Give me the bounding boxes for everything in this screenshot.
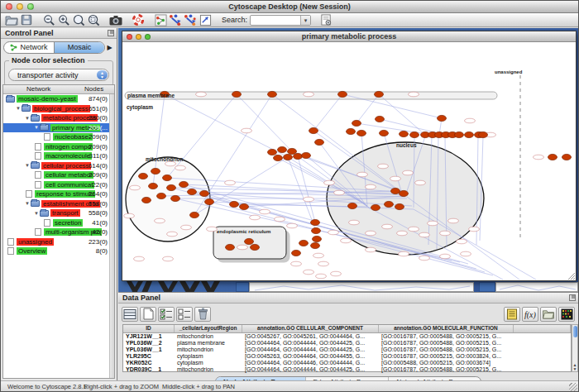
- background-window-fragment[interactable]: [479, 282, 495, 292]
- tree-expand-icon[interactable]: ▼: [33, 211, 40, 216]
- tree-expand-icon[interactable]: ▼: [33, 125, 40, 130]
- graph-node[interactable]: [274, 155, 283, 160]
- select-attributes-button[interactable]: [158, 307, 175, 322]
- graph-node-small[interactable]: [175, 165, 186, 170]
- table-cell[interactable]: [GO:0005488, GO:0005215, GO:0003674]: [379, 360, 514, 366]
- tree-row-cellular-metabol[interactable]: cellular metabol209(0): [3, 170, 114, 180]
- tree-expand-icon[interactable]: ▼: [24, 116, 31, 121]
- graph-node-small[interactable]: [397, 231, 408, 236]
- tree-row-unassigned[interactable]: unassigned223(0): [3, 237, 114, 247]
- graph-node-small[interactable]: [334, 190, 345, 195]
- import-attributes-button[interactable]: [540, 307, 557, 322]
- tree-row-metabolic-process[interactable]: ▼metabolic process280(0): [3, 113, 114, 123]
- table-cell[interactable]: plasma membrane: [175, 340, 242, 347]
- table-cell[interactable]: [GO:0016787, GO:0005215, GO:0003824, G..…: [379, 353, 514, 360]
- tab-overflow-button[interactable]: ▶: [105, 44, 114, 51]
- help-button[interactable]: [131, 14, 146, 26]
- table-cell[interactable]: YPL036W__2: [123, 340, 175, 347]
- graph-node-small[interactable]: [382, 224, 393, 229]
- graph-node[interactable]: [230, 201, 239, 207]
- table-cell[interactable]: mitochondrion: [175, 333, 242, 340]
- graph-node-small[interactable]: [349, 220, 360, 225]
- graph-node[interactable]: [149, 183, 158, 189]
- graph-node-small[interactable]: [428, 221, 438, 226]
- graph-node[interactable]: [179, 181, 189, 187]
- table-cell[interactable]: cytoplasm: [175, 360, 242, 366]
- tree-row-overview[interactable]: Overview8(0): [3, 246, 114, 256]
- graph-node-small[interactable]: [366, 184, 376, 189]
- background-window-fragment[interactable]: [236, 282, 249, 292]
- open-session-button[interactable]: [4, 14, 19, 26]
- background-window-fragment[interactable]: [249, 282, 474, 292]
- graph-node-small[interactable]: [155, 218, 165, 223]
- window-titlebar[interactable]: Cytoscape Desktop (New Session): [1, 1, 578, 13]
- graph-node[interactable]: [142, 197, 151, 203]
- graph-node-small[interactable]: [534, 155, 544, 160]
- graph-node-small[interactable]: [318, 261, 329, 266]
- node-color-dropdown[interactable]: transporter activity ▲▼: [8, 69, 109, 81]
- float-panel-icon[interactable]: [108, 30, 114, 36]
- graph-node[interactable]: [288, 148, 297, 154]
- graph-node-small[interactable]: [275, 217, 285, 222]
- graph-node[interactable]: [163, 174, 172, 180]
- save-session-button[interactable]: [19, 14, 34, 26]
- table-cell[interactable]: [GO:0044464, GO:0044446, GO:0044444, G..…: [242, 360, 379, 366]
- tree-row-primary-metabo[interactable]: ▼primary metabo209(...: [3, 123, 114, 133]
- graph-node-small[interactable]: [304, 92, 314, 97]
- graph-node[interactable]: [465, 131, 474, 137]
- graph-node-small[interactable]: [331, 271, 342, 276]
- table-row-yjr121w-1[interactable]: YJR121W__1mitochondrion[GO:0045267, GO:0…: [123, 333, 571, 340]
- attribute-matrix-button[interactable]: [558, 307, 575, 322]
- delete-attribute-button[interactable]: [194, 307, 211, 322]
- window-resize-grip[interactable]: [569, 383, 577, 391]
- graph-node-small[interactable]: [181, 225, 192, 230]
- graph-node-small[interactable]: [409, 227, 419, 232]
- tree-row-transport[interactable]: ▼transport558(0): [3, 208, 114, 218]
- formula-builder-button[interactable]: f(x): [522, 307, 538, 322]
- graph-node[interactable]: [190, 212, 199, 218]
- graph-node[interactable]: [302, 152, 311, 158]
- graph-node-small[interactable]: [440, 231, 451, 236]
- canvas-resize-grip[interactable]: [568, 273, 575, 280]
- graph-node[interactable]: [309, 127, 318, 133]
- network-window-titlebar[interactable]: primary metabolic process: [122, 31, 576, 42]
- unselect-attributes-button[interactable]: [176, 307, 193, 322]
- graph-node[interactable]: [311, 242, 320, 248]
- tree-expand-icon[interactable]: ▼: [24, 201, 31, 206]
- graph-node[interactable]: [376, 116, 385, 122]
- background-window-fragment[interactable]: [495, 282, 578, 292]
- graph-node-small[interactable]: [287, 223, 298, 228]
- graph-node-small[interactable]: [461, 251, 471, 256]
- graph-node-small[interactable]: [237, 245, 248, 250]
- graph-node[interactable]: [240, 203, 249, 209]
- tree-row-secretion[interactable]: secretion41(0): [3, 218, 114, 228]
- graph-node-small[interactable]: [419, 256, 430, 261]
- tree-row-nucleobase[interactable]: nucleobase-209(0): [3, 132, 114, 142]
- graph-node[interactable]: [347, 128, 356, 134]
- graph-node-small[interactable]: [328, 230, 339, 235]
- graph-node-small[interactable]: [465, 118, 476, 123]
- graph-node[interactable]: [299, 240, 309, 246]
- graph-node[interactable]: [188, 189, 197, 194]
- graph-node[interactable]: [385, 201, 394, 207]
- graph-node[interactable]: [438, 115, 447, 121]
- graph-node[interactable]: [311, 219, 320, 225]
- graph-node-small[interactable]: [357, 172, 368, 177]
- table-row-ykr052c[interactable]: YKR052Ccytoplasm[GO:0044464, GO:0044446,…: [123, 360, 571, 366]
- graph-node-small[interactable]: [403, 170, 414, 175]
- zoom-in-button[interactable]: [56, 14, 71, 26]
- search-input[interactable]: ▾: [250, 15, 311, 26]
- graph-node-small[interactable]: [448, 218, 459, 223]
- graph-node-small[interactable]: [419, 232, 430, 237]
- table-row-ypl036w-1[interactable]: YPL036W__1mitochondrion[GO:0044464, GO:0…: [123, 347, 571, 353]
- graph-node-small[interactable]: [457, 239, 467, 244]
- table-scroll-arrows[interactable]: ▲▼: [572, 363, 577, 371]
- network-canvas[interactable]: plasma membranecytoplasmmitochondrionnuc…: [122, 42, 576, 280]
- graph-node[interactable]: [455, 131, 464, 137]
- table-cell[interactable]: [GO:0044464, GO:0044444, GO:0044425, G..…: [242, 340, 379, 347]
- tree-row-cellular-process[interactable]: ▼cellular process614(0): [3, 161, 114, 171]
- graph-node-small[interactable]: [341, 238, 352, 243]
- graph-node[interactable]: [375, 91, 384, 97]
- tree-row-response-to-stimulu[interactable]: response to stimulu264(0): [3, 189, 114, 199]
- tree-col-nodes[interactable]: Nodes: [84, 85, 114, 93]
